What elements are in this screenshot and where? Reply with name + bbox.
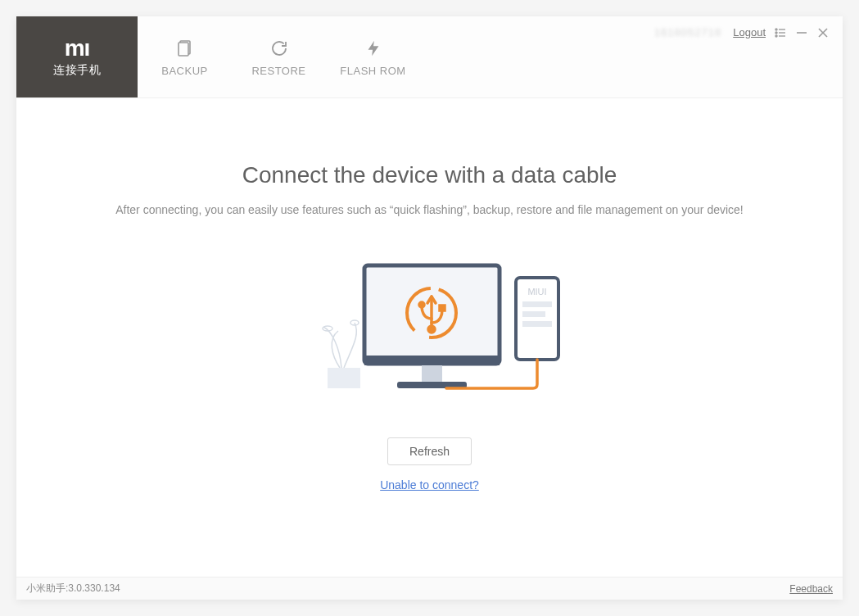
unable-to-connect-link[interactable]: Unable to connect? <box>380 478 479 491</box>
svg-rect-13 <box>328 368 360 388</box>
flash-icon <box>364 37 382 60</box>
mi-logo-icon: mı <box>65 37 90 60</box>
tab-connect-phone-label: 连接手机 <box>53 63 101 78</box>
tab-connect-phone[interactable]: mı 连接手机 <box>16 16 138 97</box>
svg-point-6 <box>775 35 777 37</box>
svg-rect-16 <box>422 365 442 382</box>
tab-flash-rom[interactable]: FLASH ROM <box>326 16 420 97</box>
close-icon[interactable] <box>816 26 830 39</box>
version-label: 小米助手:3.0.330.134 <box>26 582 120 596</box>
svg-point-22 <box>428 326 435 333</box>
menu-icon[interactable] <box>774 26 787 39</box>
feedback-link[interactable]: Feedback <box>789 583 833 595</box>
svg-point-20 <box>419 302 424 307</box>
topbar: mı 连接手机 BACKUP RESTORE FLASH ROM 1618052… <box>16 16 843 98</box>
logout-link[interactable]: Logout <box>733 26 766 38</box>
svg-rect-21 <box>440 306 445 310</box>
headline: Connect the device with a data cable <box>242 162 617 188</box>
backup-icon <box>175 37 195 60</box>
main-content: Connect the device with a data cable Aft… <box>16 98 843 577</box>
svg-point-4 <box>775 32 777 34</box>
window-controls: 1618052718 Logout <box>654 16 843 97</box>
footer: 小米助手:3.0.330.134 Feedback <box>16 577 843 600</box>
svg-rect-15 <box>364 356 500 365</box>
restore-icon <box>269 37 289 60</box>
svg-rect-24 <box>522 301 552 307</box>
tab-restore-label: RESTORE <box>251 65 305 77</box>
svg-rect-1 <box>179 43 188 56</box>
tab-flash-rom-label: FLASH ROM <box>340 65 405 77</box>
subline: After connecting, you can easily use fea… <box>115 203 744 216</box>
tab-backup[interactable]: BACKUP <box>138 16 232 97</box>
tab-backup-label: BACKUP <box>161 65 207 77</box>
phone-miui-label: MIUI <box>527 287 546 297</box>
app-window: mı 连接手机 BACKUP RESTORE FLASH ROM 1618052… <box>16 16 843 600</box>
connect-illustration: MIUI <box>283 241 577 413</box>
refresh-button[interactable]: Refresh <box>387 437 472 465</box>
minimize-icon[interactable] <box>795 26 808 39</box>
svg-point-2 <box>775 29 777 30</box>
svg-rect-26 <box>522 321 552 327</box>
svg-rect-25 <box>522 311 545 317</box>
tab-restore[interactable]: RESTORE <box>232 16 326 97</box>
account-id: 1618052718 <box>654 26 721 38</box>
